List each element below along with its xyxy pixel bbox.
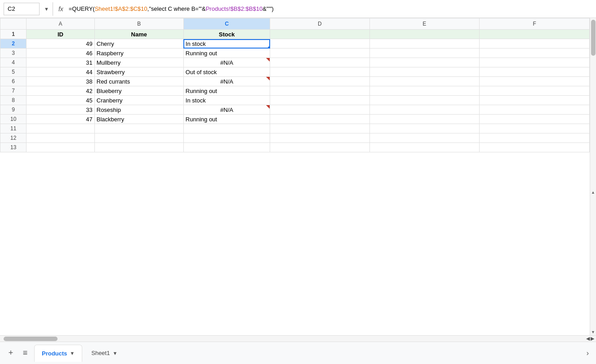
- sheets-right-arrow[interactable]: ›: [587, 349, 589, 357]
- cell-9-f[interactable]: [480, 105, 590, 115]
- sheets-menu-button[interactable]: ≡: [18, 346, 32, 360]
- cell-10-b[interactable]: Blackberry: [94, 115, 183, 124]
- tab-sheet1[interactable]: Sheet1 ▼: [84, 345, 125, 362]
- cell-3-a[interactable]: 46: [27, 49, 94, 58]
- cell-7-c[interactable]: Running out: [183, 86, 270, 96]
- tab-products-dropdown-icon[interactable]: ▼: [70, 351, 75, 356]
- col-header-b[interactable]: B: [94, 18, 183, 30]
- cell-12-c[interactable]: [183, 133, 270, 143]
- cell-13-f[interactable]: [480, 143, 590, 152]
- cell-2-f[interactable]: [480, 39, 590, 49]
- cell-5-b[interactable]: Strawberry: [94, 67, 183, 77]
- cell-3-c[interactable]: Running out: [183, 49, 270, 58]
- cell-10-e[interactable]: [369, 115, 480, 124]
- cell-2-c[interactable]: In stock: [183, 39, 270, 49]
- formula-input[interactable]: =QUERY( Sheet1!$A$2:$C$10 ,"select C whe…: [69, 5, 592, 12]
- cell-6-d[interactable]: [270, 77, 369, 86]
- cell-8-d[interactable]: [270, 96, 369, 105]
- cell-11-e[interactable]: [369, 124, 480, 133]
- cell-11-d[interactable]: [270, 124, 369, 133]
- cell-6-c[interactable]: #N/A: [183, 77, 270, 86]
- cell-13-c[interactable]: [183, 143, 270, 152]
- cell-8-b[interactable]: Cranberry: [94, 96, 183, 105]
- cell-10-f[interactable]: [480, 115, 590, 124]
- cell-13-d[interactable]: [270, 143, 369, 152]
- cell-9-e[interactable]: [369, 105, 480, 115]
- cell-6-b[interactable]: Red currants: [94, 77, 183, 86]
- cell-4-f[interactable]: [480, 58, 590, 67]
- cell-5-c[interactable]: Out of stock: [183, 67, 270, 77]
- cell-3-e[interactable]: [369, 49, 480, 58]
- col-header-d[interactable]: D: [270, 18, 369, 30]
- cell-4-b[interactable]: Mullberry: [94, 58, 183, 67]
- header-d[interactable]: [270, 30, 369, 39]
- vertical-scrollbar[interactable]: ▲ ▼: [590, 18, 596, 335]
- header-e[interactable]: [369, 30, 480, 39]
- cell-9-c[interactable]: #N/A: [183, 105, 270, 115]
- col-header-f[interactable]: F: [480, 18, 590, 30]
- scrollbar-thumb-vertical[interactable]: [591, 20, 596, 56]
- cell-8-e[interactable]: [369, 96, 480, 105]
- cell-13-a[interactable]: [27, 143, 94, 152]
- cell-5-e[interactable]: [369, 67, 480, 77]
- cell-10-d[interactable]: [270, 115, 369, 124]
- cell-9-a[interactable]: 33: [27, 105, 94, 115]
- tab-products[interactable]: Products ▼: [34, 345, 82, 362]
- scrollbar-thumb-horizontal[interactable]: [4, 337, 58, 341]
- cell-9-b[interactable]: Roseship: [94, 105, 183, 115]
- col-header-e[interactable]: E: [369, 18, 480, 30]
- cell-11-a[interactable]: [27, 124, 94, 133]
- cell-11-c[interactable]: [183, 124, 270, 133]
- cell-13-b[interactable]: [94, 143, 183, 152]
- cell-12-b[interactable]: [94, 133, 183, 143]
- header-name[interactable]: Name: [94, 30, 183, 39]
- header-stock[interactable]: Stock: [183, 30, 270, 39]
- cell-2-b[interactable]: Cherry: [94, 39, 183, 49]
- scrollbar-down-arrow[interactable]: ▼: [590, 329, 596, 335]
- cell-12-d[interactable]: [270, 133, 369, 143]
- scrollbar-up-arrow[interactable]: ▲: [590, 189, 596, 195]
- cell-11-b[interactable]: [94, 124, 183, 133]
- cell-9-d[interactable]: [270, 105, 369, 115]
- cell-12-a[interactable]: [27, 133, 94, 143]
- cell-7-f[interactable]: [480, 86, 590, 96]
- cell-11-f[interactable]: [480, 124, 590, 133]
- cell-5-d[interactable]: [270, 67, 369, 77]
- scroll-left-arrow[interactable]: ◀: [586, 336, 590, 342]
- cell-7-d[interactable]: [270, 86, 369, 96]
- cell-2-d[interactable]: [270, 39, 369, 49]
- cell-3-d[interactable]: [270, 49, 369, 58]
- cell-reference-box[interactable]: C2: [4, 3, 40, 15]
- cell-5-f[interactable]: [480, 67, 590, 77]
- cell-ref-dropdown-icon[interactable]: ▼: [44, 6, 49, 12]
- scroll-right-arrow[interactable]: ▶: [591, 336, 594, 342]
- cell-4-d[interactable]: [270, 58, 369, 67]
- cell-7-a[interactable]: 42: [27, 86, 94, 96]
- table-scroll[interactable]: A B C D E F 1 ID Name Stock: [0, 18, 590, 335]
- horizontal-scrollbar[interactable]: ◀ ▶: [0, 335, 596, 342]
- add-sheet-button[interactable]: +: [4, 346, 18, 360]
- cell-4-e[interactable]: [369, 58, 480, 67]
- header-f[interactable]: [480, 30, 590, 39]
- col-header-c[interactable]: C: [183, 18, 270, 30]
- cell-2-e[interactable]: [369, 39, 480, 49]
- cell-8-c[interactable]: In stock: [183, 96, 270, 105]
- cell-10-a[interactable]: 47: [27, 115, 94, 124]
- cell-12-e[interactable]: [369, 133, 480, 143]
- cell-3-b[interactable]: Raspberry: [94, 49, 183, 58]
- col-header-a[interactable]: A: [27, 18, 94, 30]
- cell-13-e[interactable]: [369, 143, 480, 152]
- cell-6-f[interactable]: [480, 77, 590, 86]
- cell-7-b[interactable]: Blueberry: [94, 86, 183, 96]
- cell-10-c[interactable]: Running out: [183, 115, 270, 124]
- cell-3-f[interactable]: [480, 49, 590, 58]
- tab-sheet1-dropdown-icon[interactable]: ▼: [112, 351, 117, 356]
- cell-7-e[interactable]: [369, 86, 480, 96]
- cell-6-e[interactable]: [369, 77, 480, 86]
- cell-4-a[interactable]: 31: [27, 58, 94, 67]
- cell-8-a[interactable]: 45: [27, 96, 94, 105]
- cell-8-f[interactable]: [480, 96, 590, 105]
- cell-5-a[interactable]: 44: [27, 67, 94, 77]
- cell-2-a[interactable]: 49: [27, 39, 94, 49]
- header-id[interactable]: ID: [27, 30, 94, 39]
